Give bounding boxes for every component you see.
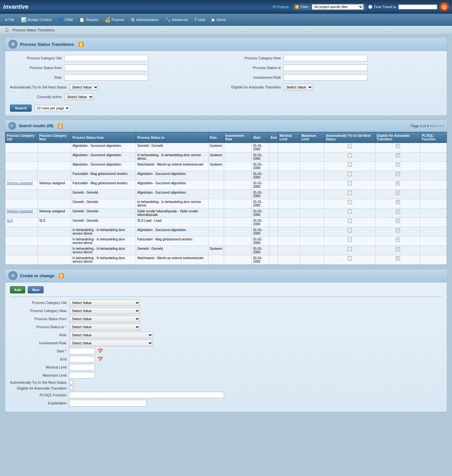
time-travel-input[interactable] [398,5,437,9]
eligible-auto-select[interactable]: Select Value [283,84,313,90]
table-row[interactable]: Verkoop vastgoed Verkoop vastgoed Gemeld… [5,208,447,218]
create-process-status-to-select[interactable]: Select Value [69,324,140,330]
new-button[interactable]: New [28,286,44,293]
nav-finance[interactable]: 💰 Finance [102,16,128,24]
search-button[interactable]: Search [10,105,32,112]
logo-text: invantive [3,4,28,10]
create-end-input[interactable] [69,356,95,362]
create-process-cat-new-select[interactable]: Select Value [69,308,140,314]
create-max-limit-input[interactable] [69,372,95,379]
divider-top [10,297,442,297]
collapse-create-btn[interactable]: ⏫ [58,273,64,278]
cell-eligible [375,152,420,162]
create-involvement-role-select[interactable]: Select Value [69,340,153,346]
cell-status-to: Afgesloten - Succesvol afgesloten. [136,190,209,199]
eligible-auto-label: Eligible for Automatic Transition [229,85,281,89]
nav-advanced[interactable]: 🔧 Advanced [162,16,191,24]
cell-cat-old [5,171,38,180]
cell-status-from: In behandeling - In behandeling door ser… [71,255,136,265]
page-last[interactable]: | [443,124,444,128]
create-role-label: Role [10,333,67,337]
table-row[interactable]: In behandeling - In behandeling door ser… [5,237,447,246]
nav-crm[interactable]: 👤 CRM [55,16,76,24]
nav-file[interactable]: ≡ File [2,16,18,24]
involvement-role-input[interactable] [283,74,367,81]
process-category-old-input[interactable] [64,55,148,61]
create-start-input[interactable]: 15-11-2012 [69,348,95,354]
create-min-limit-input[interactable] [69,364,95,370]
auto-try-checkbox-cell [348,228,352,232]
auto-try-checkbox-cell [348,153,352,157]
cat-old-link[interactable]: SLS [7,219,13,222]
table-row[interactable]: Afgesloten - Succesvol afgesloten. Gemel… [5,143,447,152]
rows-per-page-select[interactable]: 10 rows per page [35,105,70,111]
process-status-from-input[interactable] [64,65,148,71]
table-row[interactable]: Facturabel - Mag gefactureerd worden. Af… [5,171,447,180]
process-category-new-input[interactable] [283,55,367,61]
add-button[interactable]: Add [10,286,25,293]
cell-end [269,199,278,208]
auto-try-checkbox-cell [348,163,352,167]
power-button[interactable]: ⏻ [440,2,449,11]
cell-end [269,255,278,265]
table-row[interactable]: In behandeling - In behandeling door ser… [5,255,447,265]
cell-max-limit [300,152,324,162]
table-row[interactable]: Verkoop vastgoed Verkoop vastgoed Factur… [5,180,447,190]
collapse-search-btn[interactable]: ⏫ [78,42,84,47]
nav-administration[interactable]: ⚙ Administration [128,16,162,24]
process-status-to-input[interactable] [283,65,367,71]
cell-end [269,208,278,218]
role-input[interactable] [64,74,148,81]
create-auto-try-checkbox[interactable] [69,380,73,384]
create-end-row: End 📅 [10,356,442,362]
col-involvement-role: Involvement Role [224,132,252,143]
nav-bar: ≡ File 📊 Budget Control 👤 CRM 📋 Reports … [0,14,452,26]
cell-inv-role [224,152,252,162]
home-icon[interactable]: 🏠 [5,28,9,32]
create-plsql-input[interactable] [69,392,224,398]
filter-select[interactable]: No project specific filter [312,4,364,10]
results-icon: 🔍 [8,122,16,130]
involvement-role-row: Involvement Role [229,74,442,81]
end-calendar-icon[interactable]: 📅 [98,357,103,362]
cell-max-limit [300,218,324,227]
table-row[interactable]: Afgesloten - Succesvol afgesloten. Wacht… [5,162,447,171]
cell-cat-old[interactable]: Verkoop vastgoed [5,180,38,190]
nav-help[interactable]: ? Help [191,16,209,24]
auto-try-next-select[interactable]: Select Value [69,84,98,90]
auto-try-checkbox-cell [348,172,352,176]
table-row[interactable]: In behandeling - In behandeling door ser… [5,227,447,237]
create-eligible-checkbox[interactable] [69,386,73,390]
cell-status-to: In behandeling - In behandeling door ser… [136,152,209,162]
cell-start: 01-01-2000 [252,218,269,227]
cat-old-link[interactable]: Verkoop vastgoed [7,209,33,213]
currently-active-select[interactable]: Select Value [64,94,94,100]
table-row[interactable]: In behandeling - In behandeling door ser… [5,246,447,255]
collapse-results-btn[interactable]: ⏫ [57,123,63,128]
cell-cat-old [5,143,38,152]
cell-status-to: SLS Lead - Lead [136,218,209,227]
create-explanation-input[interactable] [69,400,147,406]
cat-old-link[interactable]: Verkoop vastgoed [7,181,33,185]
table-row[interactable]: Gemeld - Gemeld. Afgesloten - Succesvol … [5,190,447,199]
role-label: Role [10,76,62,79]
cell-start: 01-01-2000 [252,143,269,152]
nav-budget-control[interactable]: 📊 Budget Control [18,16,55,24]
start-calendar-icon[interactable]: 📅 [98,349,103,354]
nav-crm-label: CRM [65,18,73,22]
create-process-cat-old-select[interactable]: Select Value [69,299,140,306]
create-panel-header: ✏ Create or change ⏫ [5,269,447,282]
create-process-status-from-select[interactable]: Select Value [69,316,140,322]
table-row[interactable]: Afgesloten - Succesvol afgesloten. In be… [5,152,447,162]
table-row[interactable]: Gemeld - Gemeld. In behandeling - In beh… [5,199,447,208]
table-row[interactable]: SLS SLS Gemeld - Gemeld. SLS Lead - Lead… [5,218,447,227]
nav-reports[interactable]: 📋 Reports [76,16,102,24]
cell-cat-old[interactable]: Verkoop vastgoed [5,208,38,218]
page-next[interactable]: >> [437,124,441,128]
finance-icon: 💰 [105,17,110,22]
create-process-status-to-label: Process Status to * [10,325,67,329]
cell-cat-old[interactable]: SLS [5,218,38,227]
nav-demo[interactable]: ▶ Demo [209,16,229,24]
cell-status-to: Gemeld - Gemeld. [136,246,209,255]
create-role-select[interactable]: Select Value [69,332,153,338]
